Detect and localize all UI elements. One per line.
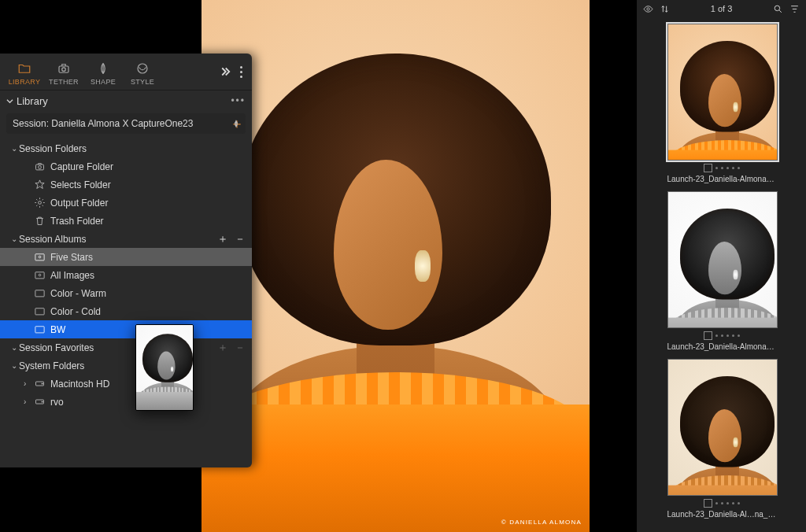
filter-icon[interactable] <box>789 4 800 14</box>
smart-album-icon <box>33 251 46 264</box>
tab-library[interactable]: LIBRARY <box>5 58 44 86</box>
album-icon <box>33 287 46 300</box>
folder-rvo[interactable]: › rvo <box>0 393 252 411</box>
album-all-images[interactable]: All Images <box>0 266 252 284</box>
svg-point-14 <box>42 383 43 384</box>
svg-rect-6 <box>35 254 43 260</box>
svg-point-2 <box>138 64 147 73</box>
tab-shape[interactable]: SHAPE <box>83 58 123 86</box>
svg-point-9 <box>39 274 41 276</box>
svg-rect-0 <box>59 66 68 72</box>
remove-album-button[interactable]: － <box>235 232 246 246</box>
svg-point-4 <box>38 166 41 169</box>
svg-point-1 <box>62 67 66 71</box>
library-panel: LIBRARY TETHER SHAPE STYLE Library ••• S… <box>0 54 252 467</box>
folder-capture[interactable]: Capture Folder <box>0 157 252 175</box>
library-tree: ⌄ Session Folders Capture Folder Selects… <box>0 136 252 416</box>
thumbnail-3[interactable]: Launch-23_Daniella-Al…na_Shoot_02_COLD.j… <box>667 359 776 519</box>
tab-tether[interactable]: TETHER <box>44 58 83 86</box>
remove-favorite-button[interactable]: － <box>235 341 246 355</box>
camera-icon <box>33 161 46 173</box>
folder-trash[interactable]: Trash Folder <box>0 212 252 230</box>
thumbnail-filename: Launch-23_Daniella-Almona_Shoot_02.jpg <box>667 175 776 183</box>
thumbnail-2[interactable]: Launch-23_Daniella-Almona_Shoot_02_BW.jp… <box>667 191 776 351</box>
folder-output[interactable]: Output Folder <box>0 194 252 212</box>
folder-macintosh-hd[interactable]: › Macintosh HD <box>0 375 252 393</box>
star-icon <box>33 179 46 191</box>
group-session-favorites[interactable]: ⌄ Session Favorites ＋－ <box>0 338 252 357</box>
svg-point-18 <box>775 6 780 11</box>
group-system-folders[interactable]: ⌄ System Folders <box>0 357 252 375</box>
tool-tabs: LIBRARY TETHER SHAPE STYLE <box>0 54 252 91</box>
drive-icon <box>33 378 46 390</box>
add-album-button[interactable]: ＋ <box>217 232 228 246</box>
add-favorite-button[interactable]: ＋ <box>217 341 228 355</box>
library-heading: Library <box>17 95 231 107</box>
search-icon[interactable] <box>773 4 783 14</box>
album-color-cold[interactable]: Color - Cold <box>0 302 252 320</box>
main-image: © DANIELLA ALMONA <box>202 0 590 532</box>
svg-rect-12 <box>35 327 43 333</box>
drive-icon <box>33 396 46 408</box>
group-session-albums[interactable]: ⌄ Session Albums ＋－ <box>0 230 252 248</box>
album-icon <box>33 305 46 318</box>
browser-count: 1 of 3 <box>670 4 773 13</box>
thumbnail-1[interactable]: Launch-23_Daniella-Almona_Shoot_02.jpg <box>667 24 776 183</box>
svg-rect-8 <box>35 272 43 279</box>
library-heading-row[interactable]: Library ••• <box>0 91 252 111</box>
image-credit: © DANIELLA ALMONA <box>501 519 582 526</box>
tab-style[interactable]: STYLE <box>123 58 162 86</box>
eye-icon[interactable] <box>643 4 653 14</box>
library-more-icon[interactable]: ••• <box>231 95 246 106</box>
updown-icon: ▲▼ <box>233 120 239 127</box>
thumbnail-filename: Launch-23_Daniella-Al…na_Shoot_02_COLD.j… <box>667 510 776 519</box>
browser-header: 1 of 3 <box>637 0 806 17</box>
svg-rect-3 <box>35 164 43 170</box>
expand-icon[interactable] <box>218 65 232 79</box>
thumbnail-filename: Launch-23_Daniella-Almona_Shoot_02_BW.jp… <box>667 342 776 351</box>
thumbnail-browser: 1 of 3 Launch-23_Daniella-Almona_Shoot_0… <box>637 0 806 532</box>
rating-dots[interactable] <box>667 164 776 172</box>
trash-icon <box>33 215 46 227</box>
rating-dots[interactable] <box>667 499 776 508</box>
rating-dots[interactable] <box>667 331 776 340</box>
album-icon <box>33 323 46 336</box>
folder-selects[interactable]: Selects Folder <box>0 175 252 194</box>
album-bw[interactable]: BW <box>0 320 252 338</box>
svg-point-7 <box>39 256 41 258</box>
svg-point-17 <box>647 7 649 9</box>
svg-rect-11 <box>35 308 43 315</box>
chevron-down-icon <box>6 98 13 105</box>
album-color-warm[interactable]: Color - Warm <box>0 284 252 302</box>
smart-album-icon <box>33 269 46 282</box>
session-selector[interactable]: Session: Daniella Almona X CaptureOne23 … <box>6 113 246 134</box>
svg-point-16 <box>42 401 43 402</box>
gear-icon <box>33 197 46 209</box>
group-session-folders[interactable]: ⌄ Session Folders <box>0 139 252 157</box>
image-viewer[interactable]: © DANIELLA ALMONA <box>202 0 590 532</box>
kebab-menu-icon[interactable] <box>240 66 242 78</box>
album-five-stars[interactable]: Five Stars <box>0 248 252 266</box>
svg-point-5 <box>38 201 41 205</box>
sort-icon[interactable] <box>660 4 670 14</box>
svg-rect-10 <box>35 290 43 297</box>
